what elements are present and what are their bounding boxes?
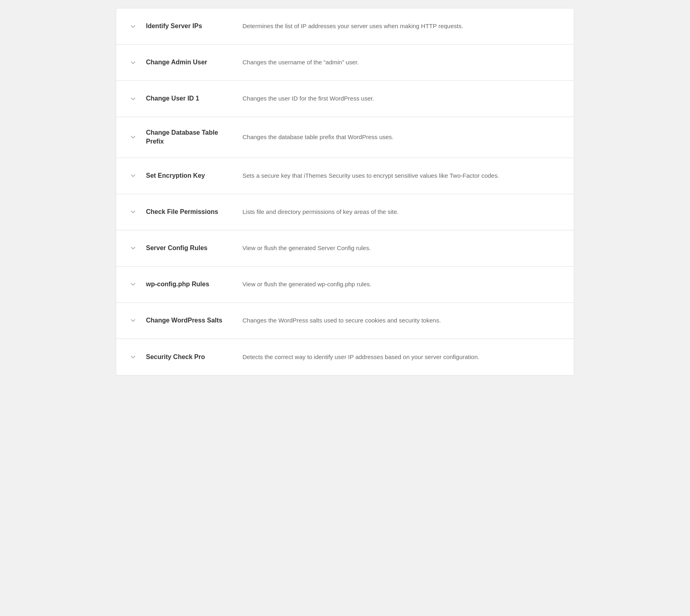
accordion-container: Identify Server IPs Determines the list … bbox=[116, 8, 574, 376]
chevron-icon-check-file-permissions bbox=[128, 207, 138, 217]
item-description-change-user-id-1: Changes the user ID for the first WordPr… bbox=[242, 94, 562, 103]
accordion-item-set-encryption-key[interactable]: Set Encryption Key Sets a secure key tha… bbox=[116, 158, 574, 194]
item-title-check-file-permissions: Check File Permissions bbox=[146, 207, 230, 216]
chevron-icon-server-config-rules bbox=[128, 243, 138, 253]
accordion-item-check-file-permissions[interactable]: Check File Permissions Lists file and di… bbox=[116, 194, 574, 230]
chevron-icon-security-check-pro bbox=[128, 352, 138, 362]
item-title-change-database-table-prefix: Change Database Table Prefix bbox=[146, 128, 230, 146]
item-description-change-wordpress-salts: Changes the WordPress salts used to secu… bbox=[242, 316, 562, 325]
item-title-change-user-id-1: Change User ID 1 bbox=[146, 94, 230, 103]
accordion-item-change-database-table-prefix[interactable]: Change Database Table Prefix Changes the… bbox=[116, 117, 574, 158]
item-title-change-wordpress-salts: Change WordPress Salts bbox=[146, 316, 230, 325]
accordion-item-change-admin-user[interactable]: Change Admin User Changes the username o… bbox=[116, 45, 574, 81]
item-title-change-admin-user: Change Admin User bbox=[146, 58, 230, 67]
chevron-icon-change-user-id-1 bbox=[128, 94, 138, 104]
item-description-change-database-table-prefix: Changes the database table prefix that W… bbox=[242, 133, 562, 142]
item-title-set-encryption-key: Set Encryption Key bbox=[146, 171, 230, 180]
chevron-icon-change-database-table-prefix bbox=[128, 132, 138, 142]
item-description-wp-config-php-rules: View or flush the generated wp-config.ph… bbox=[242, 280, 562, 289]
item-title-wp-config-php-rules: wp-config.php Rules bbox=[146, 280, 230, 289]
item-description-check-file-permissions: Lists file and directory permissions of … bbox=[242, 207, 562, 217]
accordion-item-security-check-pro[interactable]: Security Check Pro Detects the correct w… bbox=[116, 339, 574, 375]
item-description-security-check-pro: Detects the correct way to identify user… bbox=[242, 353, 562, 362]
chevron-icon-wp-config-php-rules bbox=[128, 279, 138, 289]
chevron-icon-change-admin-user bbox=[128, 58, 138, 68]
chevron-icon-set-encryption-key bbox=[128, 171, 138, 181]
item-description-set-encryption-key: Sets a secure key that iThemes Security … bbox=[242, 171, 562, 181]
item-title-server-config-rules: Server Config Rules bbox=[146, 244, 230, 253]
chevron-icon-change-wordpress-salts bbox=[128, 316, 138, 325]
item-description-identify-server-ips: Determines the list of IP addresses your… bbox=[242, 22, 562, 31]
item-title-identify-server-ips: Identify Server IPs bbox=[146, 22, 230, 31]
accordion-item-change-wordpress-salts[interactable]: Change WordPress Salts Changes the WordP… bbox=[116, 303, 574, 339]
accordion-item-change-user-id-1[interactable]: Change User ID 1 Changes the user ID for… bbox=[116, 81, 574, 117]
chevron-icon-identify-server-ips bbox=[128, 22, 138, 31]
item-description-change-admin-user: Changes the username of the “admin” user… bbox=[242, 58, 562, 67]
item-title-security-check-pro: Security Check Pro bbox=[146, 353, 230, 361]
accordion-item-server-config-rules[interactable]: Server Config Rules View or flush the ge… bbox=[116, 230, 574, 267]
accordion-item-identify-server-ips[interactable]: Identify Server IPs Determines the list … bbox=[116, 8, 574, 45]
accordion-item-wp-config-php-rules[interactable]: wp-config.php Rules View or flush the ge… bbox=[116, 267, 574, 303]
item-description-server-config-rules: View or flush the generated Server Confi… bbox=[242, 244, 562, 253]
